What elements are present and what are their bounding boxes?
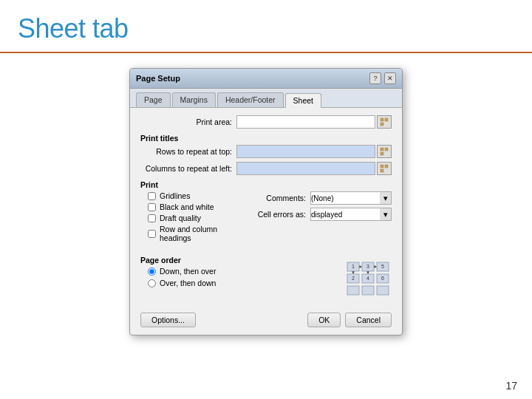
rows-repeat-input[interactable] bbox=[236, 145, 375, 158]
row-col-headings-label: Row and column headings bbox=[160, 225, 244, 242]
svg-marker-27 bbox=[366, 272, 369, 275]
svg-rect-15 bbox=[347, 286, 359, 295]
svg-text:6: 6 bbox=[381, 276, 384, 281]
svg-rect-2 bbox=[381, 123, 383, 126]
gridlines-row: Gridlines bbox=[140, 191, 244, 200]
page-order-diagram-container: 1 3 5 2 4 6 bbox=[346, 261, 392, 301]
svg-text:4: 4 bbox=[366, 276, 369, 281]
rows-repeat-label: Rows to repeat at top: bbox=[140, 147, 236, 156]
print-section-label: Print bbox=[140, 180, 392, 189]
cancel-button[interactable]: Cancel bbox=[345, 313, 392, 327]
svg-rect-7 bbox=[385, 165, 388, 168]
dialog-controls: ? ✕ bbox=[369, 72, 396, 84]
cell-errors-select[interactable]: displayed #N/A -- blank bbox=[310, 208, 392, 221]
svg-rect-4 bbox=[385, 148, 388, 151]
svg-rect-17 bbox=[377, 286, 389, 295]
print-area-label: Print area: bbox=[140, 117, 236, 126]
black-white-checkbox[interactable] bbox=[148, 203, 156, 211]
print-area-row: Print area: bbox=[140, 115, 392, 129]
svg-rect-16 bbox=[362, 286, 374, 295]
svg-marker-31 bbox=[375, 265, 378, 268]
print-checkboxes: Gridlines Black and white Draft quality … bbox=[140, 191, 244, 245]
rows-repeat-select-btn[interactable] bbox=[377, 145, 392, 158]
svg-text:5: 5 bbox=[381, 264, 384, 269]
page-setup-dialog: Page Setup ? ✕ Page Margins Header/Foote… bbox=[129, 68, 403, 335]
print-titles-label: Print titles bbox=[140, 134, 392, 143]
over-then-down-label: Over, then down bbox=[160, 279, 216, 287]
print-area-field-group bbox=[236, 115, 392, 129]
tab-margins[interactable]: Margins bbox=[172, 92, 216, 107]
print-right: Comments: (None) ▾ Cell errors as: d bbox=[251, 191, 392, 245]
page-header: Sheet tab bbox=[0, 0, 532, 52]
rows-repeat-row: Rows to repeat at top: bbox=[140, 145, 392, 158]
columns-repeat-row: Columns to repeat at left: bbox=[140, 162, 392, 175]
comments-label: Comments: bbox=[251, 194, 310, 202]
gridlines-checkbox[interactable] bbox=[148, 192, 156, 200]
cell-errors-label: Cell errors as: bbox=[251, 210, 310, 219]
page-order-left: Page order Down, then over Over, then do… bbox=[140, 250, 346, 290]
comments-select[interactable]: (None) bbox=[310, 191, 392, 205]
svg-text:3: 3 bbox=[366, 264, 369, 269]
svg-rect-8 bbox=[381, 169, 383, 172]
print-section: Gridlines Black and white Draft quality … bbox=[140, 191, 392, 245]
dialog-area: Page Setup ? ✕ Page Margins Header/Foote… bbox=[0, 53, 532, 335]
draft-quality-label: Draft quality bbox=[160, 214, 201, 222]
rows-repeat-field-group bbox=[236, 145, 392, 158]
row-col-headings-checkbox[interactable] bbox=[148, 230, 156, 238]
dialog-titlebar: Page Setup ? ✕ bbox=[130, 69, 402, 89]
draft-quality-row: Draft quality bbox=[140, 214, 244, 222]
columns-repeat-select-btn[interactable] bbox=[377, 162, 392, 175]
svg-marker-29 bbox=[360, 265, 363, 268]
options-btn-container: Options... bbox=[140, 313, 196, 327]
down-then-over-row: Down, then over bbox=[140, 267, 346, 276]
page-order-section: Page order Down, then over Over, then do… bbox=[140, 250, 392, 301]
columns-repeat-field-group bbox=[236, 162, 392, 175]
svg-rect-1 bbox=[385, 118, 388, 121]
dialog-tabs: Page Margins Header/Footer Sheet bbox=[130, 89, 402, 108]
row-col-headings-row: Row and column headings bbox=[140, 225, 244, 242]
svg-marker-25 bbox=[352, 272, 355, 275]
page-order-label: Page order bbox=[140, 256, 346, 265]
svg-rect-5 bbox=[381, 152, 383, 155]
svg-rect-0 bbox=[381, 118, 383, 121]
page-order-diagram: 1 3 5 2 4 6 bbox=[346, 261, 392, 299]
columns-repeat-label: Columns to repeat at left: bbox=[140, 164, 236, 173]
tab-header-footer[interactable]: Header/Footer bbox=[217, 92, 284, 107]
page-number: 17 bbox=[505, 380, 517, 392]
down-then-over-radio[interactable] bbox=[148, 267, 156, 276]
close-button[interactable]: ✕ bbox=[384, 72, 396, 84]
print-area-select-btn[interactable] bbox=[377, 115, 392, 129]
comments-select-group: (None) ▾ bbox=[310, 191, 392, 205]
tab-sheet[interactable]: Sheet bbox=[285, 93, 321, 108]
down-then-over-label: Down, then over bbox=[160, 267, 216, 276]
ok-cancel-buttons: OK Cancel bbox=[307, 313, 392, 327]
gridlines-label: Gridlines bbox=[160, 191, 190, 200]
draft-quality-checkbox[interactable] bbox=[148, 214, 156, 222]
svg-text:1: 1 bbox=[352, 264, 355, 269]
svg-text:2: 2 bbox=[352, 276, 355, 281]
dialog-title: Page Setup bbox=[136, 74, 180, 83]
page-title: Sheet tab bbox=[18, 13, 514, 44]
help-button[interactable]: ? bbox=[369, 72, 381, 84]
ok-button[interactable]: OK bbox=[307, 313, 341, 327]
tab-page[interactable]: Page bbox=[136, 92, 171, 107]
dialog-bottom: Options... OK Cancel bbox=[130, 308, 402, 335]
dialog-body: Print area: Print titles Rows to r bbox=[130, 108, 402, 308]
black-white-label: Black and white bbox=[160, 202, 214, 211]
svg-rect-6 bbox=[381, 165, 383, 168]
cell-errors-select-group: displayed #N/A -- blank ▾ bbox=[310, 208, 392, 221]
cell-errors-row: Cell errors as: displayed #N/A -- blank … bbox=[251, 208, 392, 221]
comments-row: Comments: (None) ▾ bbox=[251, 191, 392, 205]
print-area-input[interactable] bbox=[236, 115, 375, 129]
options-button[interactable]: Options... bbox=[140, 313, 196, 327]
svg-rect-3 bbox=[381, 148, 383, 151]
over-then-down-row: Over, then down bbox=[140, 279, 346, 287]
black-white-row: Black and white bbox=[140, 202, 244, 211]
over-then-down-radio[interactable] bbox=[148, 279, 156, 287]
columns-repeat-input[interactable] bbox=[236, 162, 375, 175]
